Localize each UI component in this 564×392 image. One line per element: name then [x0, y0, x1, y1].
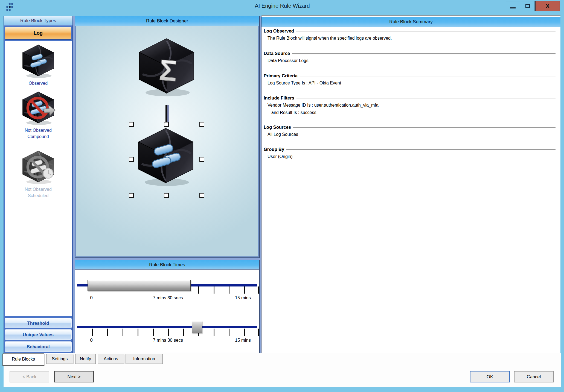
category-threshold-button[interactable]: Threshold: [5, 318, 72, 328]
slider-tick: [214, 286, 214, 294]
category-unique-values-button[interactable]: Unique Values: [5, 329, 72, 340]
slider-2-label-mid: 7 mins 30 secs: [141, 338, 195, 343]
slider-tick: [258, 329, 259, 336]
window-title: AI Engine Rule Wizard: [0, 3, 564, 9]
sigma-glyph: Σ: [158, 53, 178, 87]
type-item-label: Not Observed Compound: [15, 127, 62, 140]
selection-handle[interactable]: [199, 193, 204, 198]
time-slider-2-thumb[interactable]: [192, 321, 202, 333]
section-title-log-sources: Log Sources: [264, 125, 556, 130]
not-observed-scheduled-cube-icon: [19, 148, 57, 185]
slider-tick: [244, 286, 245, 294]
section-line: and Result Is : success: [271, 110, 556, 115]
next-button[interactable]: Next >: [54, 371, 94, 382]
selection-handle[interactable]: [164, 122, 169, 127]
divider-designer-times: [75, 258, 260, 260]
slider-tick: [183, 329, 184, 336]
slider-tick: [107, 329, 108, 336]
selection-handle[interactable]: [129, 157, 134, 162]
section-line: Data Processor Logs: [268, 58, 556, 63]
slider-tick: [198, 286, 199, 294]
rule-block-types-panel: Rule Block Types Log Observed Not Observ…: [4, 16, 73, 353]
not-observed-compound-cube-icon: [19, 89, 57, 125]
ok-button[interactable]: OK: [470, 371, 510, 382]
rule-block-designer-header: Rule Block Designer: [75, 16, 259, 26]
cancel-button[interactable]: Cancel: [514, 371, 554, 382]
section-line: User (Origin): [268, 154, 556, 159]
section-rule: [293, 127, 556, 128]
selection-handle[interactable]: [129, 122, 134, 127]
slider-tick: [153, 329, 154, 336]
designer-canvas[interactable]: Σ: [76, 26, 258, 256]
observed-cube-icon: [19, 42, 57, 78]
slider-tick: [229, 329, 229, 336]
selection-handle[interactable]: [199, 157, 204, 162]
close-button[interactable]: X: [535, 1, 560, 11]
rule-block-types-list: Observed Not Observed Compound Not Obser…: [5, 41, 72, 316]
minimize-button[interactable]: [506, 1, 520, 11]
rule-block-times-header: Rule Block Times: [75, 260, 259, 270]
rule-block-summary-body: Log Observed The Rule Block will signal …: [261, 27, 560, 365]
time-slider-2-track[interactable]: [77, 326, 257, 328]
slider-1-label-mid: 7 mins 30 secs: [141, 295, 195, 300]
slider-tick: [123, 329, 123, 336]
rule-block-summary-panel: Rule Block Summary Log Observed The Rule…: [261, 15, 560, 365]
tab-settings[interactable]: Settings: [46, 354, 73, 364]
section-line: Log Source Type Is : API - Okta Event: [268, 81, 556, 86]
rule-block-types-header: Rule Block Types: [4, 16, 72, 25]
section-title-log-observed: Log Observed: [264, 28, 556, 34]
tab-information[interactable]: Information: [126, 354, 163, 364]
section-line: All Log Sources: [268, 132, 556, 137]
slider-2-label-min: 0: [83, 338, 100, 343]
section-rule: [296, 31, 556, 32]
slider-tick: [229, 286, 229, 294]
slider-2-label-max: 15 mins: [226, 338, 259, 343]
section-rule: [292, 53, 556, 54]
type-item-label: Observed: [5, 80, 72, 86]
selection-handle[interactable]: [129, 193, 134, 198]
selection-handle[interactable]: [199, 122, 204, 127]
titlebar: AI Engine Rule Wizard X: [0, 0, 564, 12]
type-item-observed[interactable]: Observed: [5, 42, 72, 86]
section-title-include-filters: Include Filters: [264, 95, 556, 101]
time-slider-1-range-bar[interactable]: [88, 280, 191, 291]
tab-notify[interactable]: Notify: [75, 354, 96, 364]
section-line: Vendor Message ID Is : user.authenticati…: [268, 103, 556, 108]
slider-tick: [258, 286, 259, 294]
maximize-icon: [525, 4, 530, 8]
rule-block-times-panel: Rule Block Times 0 7 mins 30 secs 15 min…: [75, 260, 260, 353]
slider-tick: [138, 329, 138, 336]
rule-block-designer-panel: Rule Block Designer Σ: [75, 16, 260, 258]
section-title-primary-criteria: Primary Criteria: [264, 73, 556, 78]
section-title-group-by: Group By: [264, 147, 556, 152]
rule-block-summary-header: Rule Block Summary: [261, 17, 560, 27]
section-line: The Rule Block will signal when the spec…: [268, 36, 556, 41]
slider-tick: [168, 329, 169, 336]
maximize-button[interactable]: [521, 1, 534, 11]
tab-rule-blocks[interactable]: Rule Blocks: [2, 353, 44, 366]
type-item-not-observed-scheduled: Not Observed Scheduled: [5, 148, 72, 199]
section-rule: [286, 149, 556, 150]
slider-tick: [214, 329, 214, 336]
minimize-icon: [510, 7, 516, 8]
category-behavioral-button[interactable]: Behavioral: [5, 341, 72, 352]
type-item-label: Not Observed Scheduled: [15, 186, 62, 199]
slider-tick: [92, 329, 93, 336]
selection-handle[interactable]: [164, 193, 169, 198]
slider-1-label-max: 15 mins: [226, 295, 259, 300]
wizard-tabs: Rule Blocks Settings Notify Actions Info…: [4, 353, 561, 365]
type-item-not-observed-compound[interactable]: Not Observed Compound: [5, 89, 72, 140]
section-rule: [296, 98, 556, 99]
back-button: < Back: [10, 371, 49, 382]
section-rule: [300, 76, 556, 77]
tab-actions[interactable]: Actions: [98, 354, 124, 364]
slider-tick: [244, 329, 245, 336]
selected-log-rule-block-cube[interactable]: [134, 124, 197, 187]
category-log-button[interactable]: Log: [5, 27, 71, 40]
close-icon: X: [546, 3, 550, 9]
ai-engine-rule-wizard-window: AI Engine Rule Wizard X Rule Block Types…: [0, 0, 564, 392]
section-title-data-source: Data Source: [264, 51, 556, 56]
sigma-rule-block-cube[interactable]: Σ: [135, 34, 198, 97]
divider-right: [259, 16, 261, 365]
slider-1-label-min: 0: [83, 295, 100, 300]
